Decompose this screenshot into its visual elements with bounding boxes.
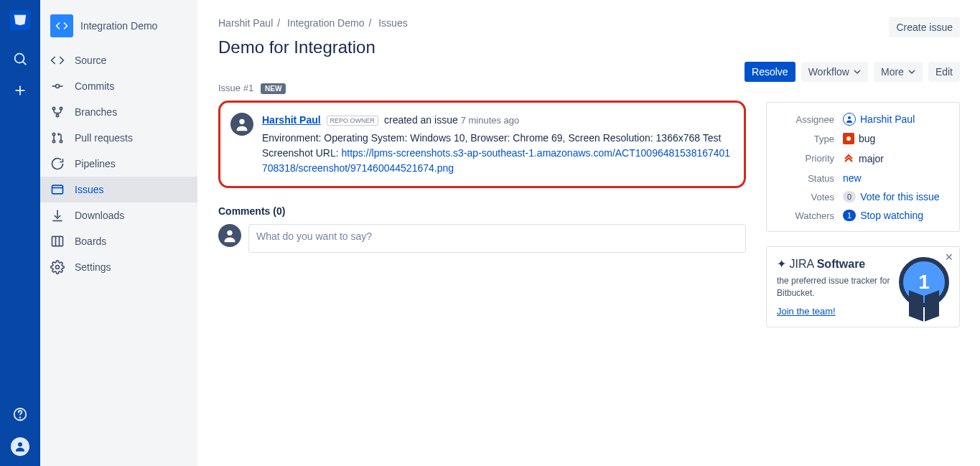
status-value[interactable]: new	[843, 172, 862, 184]
svg-point-11	[60, 107, 62, 109]
issue-author-link[interactable]: Harshit Paul	[262, 114, 321, 126]
workflow-dropdown[interactable]: Workflow	[801, 62, 868, 82]
author-avatar	[230, 113, 253, 136]
jira-promo-panel: ✕ ✦ JIRA Software the preferred issue tr…	[766, 246, 960, 327]
more-dropdown[interactable]: More	[874, 62, 923, 82]
chevron-down-icon	[854, 68, 861, 75]
issue-description-card: Harshit Paul REPO OWNER created an issue…	[218, 101, 746, 188]
resolve-button[interactable]: Resolve	[745, 62, 795, 82]
svg-point-6	[18, 442, 22, 447]
promo-cta-link[interactable]: Join the team!	[777, 306, 836, 317]
sidebar-item-commits[interactable]: Commits	[40, 73, 197, 99]
assignee-label: Assignee	[777, 114, 834, 125]
svg-point-5	[20, 417, 21, 418]
svg-point-16	[60, 140, 62, 142]
status-label: Status	[777, 173, 834, 184]
bitbucket-logo[interactable]	[10, 10, 30, 30]
priority-label: Priority	[777, 153, 834, 164]
breadcrumb: Harshit Paul/ Integration Demo/ Issues	[218, 17, 408, 29]
priority-major-icon	[843, 152, 854, 165]
svg-point-7	[56, 85, 60, 88]
comments-header: Comments (0)	[218, 205, 746, 217]
medal-icon: 1	[899, 257, 949, 307]
owner-tag: REPO OWNER	[327, 116, 379, 126]
more-label: More	[881, 66, 904, 78]
create-issue-button[interactable]: Create issue	[889, 17, 960, 37]
svg-point-15	[52, 133, 55, 135]
bug-icon	[843, 133, 854, 144]
svg-point-25	[848, 116, 851, 119]
svg-point-10	[52, 107, 55, 109]
watchers-count: 1	[843, 210, 856, 221]
sidebar-item-settings[interactable]: Settings	[40, 254, 197, 280]
vote-link[interactable]: Vote for this issue	[860, 191, 940, 202]
assignee-link[interactable]: Harshit Paul	[860, 113, 915, 125]
current-user-avatar	[218, 224, 241, 247]
svg-point-22	[56, 266, 60, 269]
profile-avatar[interactable]	[11, 437, 29, 456]
issue-time: 7 minutes ago	[461, 115, 520, 126]
sidebar-item-label: Pull requests	[75, 132, 133, 144]
help-icon[interactable]	[11, 406, 29, 423]
type-label: Type	[777, 134, 834, 144]
watchers-label: Watchers	[777, 210, 834, 221]
promo-subtitle: the preferred issue tracker for Bitbucke…	[777, 275, 893, 299]
sidebar-item-downloads[interactable]: Downloads	[40, 202, 197, 228]
sidebar-item-pipelines[interactable]: Pipelines	[40, 151, 197, 177]
svg-point-23	[239, 119, 244, 124]
create-icon[interactable]	[11, 82, 29, 99]
sidebar-item-label: Issues	[75, 184, 103, 195]
priority-value: major	[859, 153, 884, 164]
issue-action-text: created an issue	[384, 114, 458, 126]
issue-meta-panel: Assignee Harshit Paul Type bug Priority …	[766, 102, 960, 232]
svg-point-24	[227, 230, 232, 236]
breadcrumb-user[interactable]: Harshit Paul	[218, 17, 273, 29]
search-icon[interactable]	[11, 50, 29, 67]
sidebar-item-label: Branches	[75, 106, 117, 118]
svg-point-0	[15, 54, 24, 63]
votes-label: Votes	[777, 192, 834, 202]
sidebar-item-label: Boards	[75, 236, 106, 247]
svg-point-26	[846, 136, 851, 141]
sidebar-item-source[interactable]: Source	[40, 47, 197, 73]
page-title: Demo for Integration	[218, 37, 408, 57]
svg-rect-17	[52, 185, 63, 194]
svg-point-12	[56, 114, 58, 116]
main-content: Harshit Paul/ Integration Demo/ Issues D…	[198, 0, 980, 466]
edit-button[interactable]: Edit	[928, 62, 960, 82]
sidebar-item-label: Commits	[75, 80, 114, 92]
repo-icon	[50, 14, 73, 37]
type-value: bug	[859, 133, 875, 144]
breadcrumb-section[interactable]: Issues	[378, 17, 407, 29]
user-icon	[843, 113, 856, 126]
jira-logo-text: ✦ JIRA Software	[777, 257, 893, 271]
sidebar-item-label: Downloads	[75, 210, 124, 221]
breadcrumb-repo[interactable]: Integration Demo	[287, 17, 364, 29]
repo-header[interactable]: Integration Demo	[40, 14, 197, 47]
chevron-down-icon	[908, 68, 915, 75]
repo-name: Integration Demo	[80, 20, 157, 32]
workflow-label: Workflow	[808, 66, 849, 78]
close-icon[interactable]: ✕	[945, 251, 953, 263]
global-nav	[0, 0, 40, 466]
right-panel: Create issue Resolve Workflow More Edit …	[766, 17, 960, 449]
votes-count: 0	[843, 191, 856, 202]
watch-link[interactable]: Stop watching	[860, 210, 923, 221]
new-badge: NEW	[261, 83, 286, 94]
sidebar-item-label: Settings	[75, 261, 111, 273]
sidebar-item-issues[interactable]: Issues	[40, 177, 197, 202]
issue-id: Issue #1	[218, 83, 253, 93]
repo-sidebar: Integration Demo Source Commits Branches…	[40, 0, 198, 466]
sidebar-item-boards[interactable]: Boards	[40, 228, 197, 254]
sidebar-item-label: Pipelines	[75, 158, 116, 169]
svg-point-14	[52, 140, 55, 142]
sidebar-item-pullrequests[interactable]: Pull requests	[40, 125, 197, 151]
sidebar-item-label: Source	[75, 55, 106, 66]
comment-input[interactable]	[248, 224, 746, 253]
sidebar-item-branches[interactable]: Branches	[40, 99, 197, 125]
svg-rect-19	[52, 236, 63, 246]
svg-line-1	[23, 62, 27, 65]
